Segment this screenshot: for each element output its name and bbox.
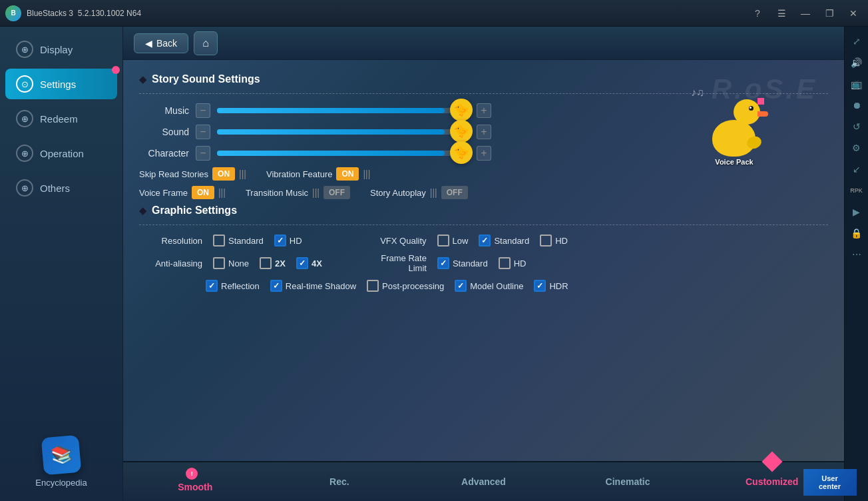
tab-rec[interactable]: Rec. [268,462,412,501]
tab-smooth[interactable]: ! Smooth [123,462,268,501]
skip-read-stories-state[interactable]: ON [212,167,235,181]
fr-hd-checkbox[interactable] [499,257,511,269]
realtime-shadow-checkbox[interactable] [270,280,282,292]
resolution-label: Resolution [139,236,202,246]
rs-refresh-icon[interactable]: ↺ [847,117,866,136]
resolution-hd-label: HD [290,236,302,246]
realtime-shadow-item: Real-time Shadow [270,280,356,292]
rs-play-icon[interactable]: ▶ [847,203,866,221]
skip-read-stories-lines[interactable]: ||| [239,169,246,179]
minimize-button[interactable]: — [796,4,815,23]
right-sidebar: ⤢ 🔊 📺 ⏺ ↺ ⚙ ↙ RPK ▶ 🔒 ⋯ Usercenter [844,27,868,501]
rs-more-icon[interactable]: ⋯ [847,245,866,264]
sound-label: Sound [139,127,189,137]
sidebar-item-others[interactable]: ⊕ Others [5,173,117,203]
reflection-checkbox[interactable] [206,280,218,292]
story-autoplay-lines[interactable]: ||| [430,187,437,198]
character-track[interactable]: 🐤 [217,151,470,156]
effects-row: Reflection Real-time Shadow Post-process… [139,280,828,292]
sidebar-item-operation[interactable]: ⊕ Operation [5,138,117,169]
music-minus[interactable]: − [196,103,210,118]
story-autoplay-label: Story Autoplay [370,188,426,198]
voice-frame-lines[interactable]: ||| [218,187,226,198]
app-logo: B [5,5,21,21]
back-button[interactable]: ◀ Back [134,33,188,53]
postprocessing-checkbox[interactable] [367,280,379,292]
rs-settings-icon[interactable]: ⚙ [847,139,866,157]
character-minus[interactable]: − [196,146,210,161]
vfx-low-checkbox[interactable] [437,235,449,247]
content-area: R.oS.E [123,60,844,461]
model-outline-label: Model Outline [470,281,523,291]
vfx-standard-checkbox[interactable] [479,235,491,247]
sidebar-label-settings: Settings [40,79,76,90]
vibration-state[interactable]: ON [336,167,359,181]
aa-2x-checkbox[interactable] [260,257,272,269]
sidebar-item-redeem[interactable]: ⊕ Redeem [5,103,117,134]
customized-label: Customized [746,476,798,487]
model-outline-checkbox[interactable] [455,280,467,292]
fr-standard-checkbox[interactable] [437,257,449,269]
resolution-hd-checkbox[interactable] [274,235,286,247]
anti-aliasing-label: Anti-aliasing [139,258,202,268]
sound-minus[interactable]: − [196,125,210,139]
rs-display-icon[interactable]: 📺 [847,75,866,93]
vibration-feature-toggle: Vibration Feature ON ||| [266,167,370,181]
graphic-divider [139,225,828,225]
hdr-checkbox[interactable] [534,280,546,292]
vibration-lines[interactable]: ||| [363,169,370,179]
display-icon: ⊕ [16,41,33,58]
menu-button[interactable]: ☰ [772,4,791,23]
sidebar-item-settings[interactable]: ⊙ Settings [5,69,117,99]
aa-2x-item: 2X [260,257,286,269]
help-button[interactable]: ? [748,4,767,23]
close-button[interactable]: ✕ [844,4,863,23]
music-plus[interactable]: + [477,103,491,118]
aa-4x-checkbox[interactable] [296,257,308,269]
rs-expand-icon[interactable]: ⤢ [847,32,866,51]
rs-volume-icon[interactable]: 🔊 [847,53,866,72]
resolution-hd-item: HD [274,235,302,247]
reflection-label: Reflection [221,281,260,291]
vfx-hd-item: HD [540,235,568,247]
sidebar-item-display[interactable]: ⊕ Display [5,34,117,65]
music-track[interactable]: 🐤 [217,108,470,113]
character-plus[interactable]: + [477,146,491,161]
graphic-grid: Resolution Standard HD VFX Quality [139,235,828,292]
rs-rpk-icon[interactable]: RPK [847,181,866,200]
voice-frame-state[interactable]: ON [192,186,214,199]
transition-music-label: Transition Music [246,188,308,198]
tab-advanced[interactable]: Advanced [411,462,556,501]
vfx-hd-checkbox[interactable] [540,235,552,247]
rs-lock-icon[interactable]: 🔒 [847,224,866,243]
aa-none-checkbox[interactable] [213,257,225,269]
fr-standard-label: Standard [453,258,488,268]
sound-plus[interactable]: + [477,125,491,139]
reflection-item: Reflection [206,280,260,292]
character-slider-row: Character − 🐤 + [139,146,828,161]
rs-record-icon[interactable]: ⏺ [847,96,866,115]
user-center-button[interactable]: Usercenter [803,469,857,496]
transition-music-state[interactable]: OFF [324,186,350,199]
sidebar-label-display: Display [40,44,73,55]
story-autoplay-state[interactable]: OFF [441,186,468,199]
resolution-standard-checkbox[interactable] [213,235,225,247]
story-divider [139,93,828,94]
maximize-button[interactable]: ❐ [820,4,839,23]
rs-back-icon[interactable]: ↙ [847,160,866,179]
sidebar-label-others: Others [40,183,70,194]
tab-cinematic[interactable]: Cinematic [556,462,700,501]
transition-music-lines[interactable]: ||| [312,187,320,198]
postprocessing-label: Post-processing [382,281,444,291]
sound-track[interactable]: 🐤 [217,129,470,135]
resolution-standard-item: Standard [213,235,264,247]
toggles-row2: Voice Frame ON ||| Transition Music ||| … [139,186,828,199]
sidebar-label-redeem: Redeem [40,113,78,125]
encyclopedia-button[interactable]: 📚 Encyclopedia [0,428,122,496]
aa-none-label: None [228,258,249,268]
home-button[interactable]: ⌂ [194,31,218,55]
character-duck: 🐤 [450,141,473,164]
sound-fill [217,129,445,135]
rec-label: Rec. [329,476,349,487]
vfx-standard-label: Standard [494,236,529,246]
